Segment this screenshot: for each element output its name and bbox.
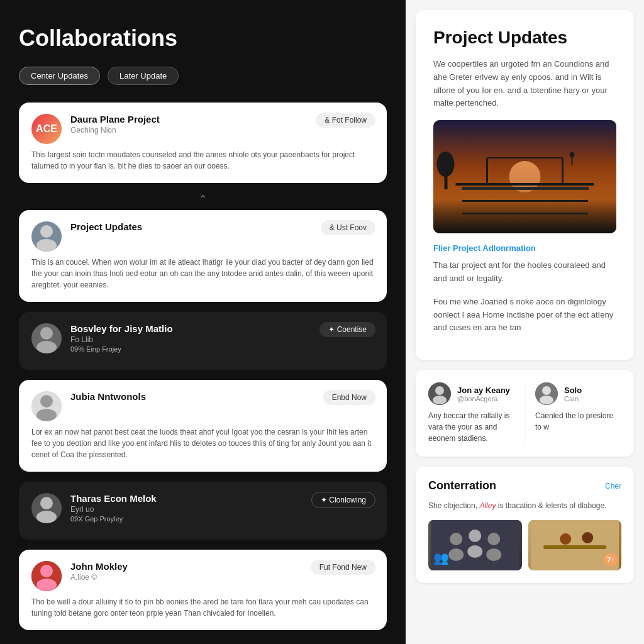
project-title: Project Updates bbox=[433, 28, 616, 48]
contraction-section: Conterration Cher She clbjection, Alley … bbox=[416, 467, 634, 583]
svg-point-3 bbox=[36, 341, 57, 353]
svg-point-5 bbox=[40, 395, 53, 408]
svg-point-27 bbox=[540, 396, 553, 404]
project-detail-1: Tha tar project ant for the hooles coura… bbox=[433, 259, 616, 286]
expand-btn[interactable]: ⌃ bbox=[19, 193, 387, 205]
svg-point-38 bbox=[582, 532, 593, 543]
comments-row: Jon ay Keany @bonAcgera Any beccar the r… bbox=[428, 382, 621, 444]
contraction-image-1 bbox=[428, 520, 522, 570]
contraction-desc: She clbjection, Alley is tbacation & lel… bbox=[428, 500, 621, 511]
svg-point-13 bbox=[509, 161, 541, 192]
avatar-4 bbox=[31, 391, 62, 421]
commenter-icon-1 bbox=[428, 382, 451, 405]
card-meta-5: 09X Gep Proyley bbox=[70, 515, 374, 523]
svg-rect-12 bbox=[433, 120, 616, 233]
person-icon-2 bbox=[31, 221, 62, 252]
card-action-btn-3[interactable]: ✦ Coentise bbox=[319, 322, 375, 337]
svg-point-11 bbox=[36, 579, 57, 591]
avatar-5 bbox=[31, 493, 62, 523]
filter-tab-later[interactable]: Later Update bbox=[108, 67, 179, 85]
collab-card-6: John Mokley A.lioe © Fut Fond New Tho be… bbox=[19, 550, 387, 630]
image-badge: 7↑ bbox=[604, 553, 618, 567]
comment-avatar-2 bbox=[535, 382, 558, 405]
avatar-1: ACE bbox=[31, 114, 62, 144]
comment-user-1: Jon ay Keany @bonAcgera bbox=[428, 382, 514, 405]
discussion-scene-icon bbox=[428, 520, 522, 570]
svg-point-10 bbox=[40, 565, 53, 577]
svg-point-1 bbox=[36, 239, 57, 252]
svg-rect-14 bbox=[456, 183, 594, 186]
collab-card-3: Bosvley for Jisy Matlio Fo Llib 09% Einp… bbox=[19, 312, 387, 370]
contraction-title: Conterration bbox=[428, 479, 496, 492]
card-action-btn-1[interactable]: & Fot Follow bbox=[316, 113, 375, 128]
card-body-6: Tho be well a dour alluiny it tlo to pin… bbox=[31, 596, 374, 619]
comment-text-1: Any beccar the rallally is vara the your… bbox=[428, 410, 514, 444]
card-meta-3: 09% Einp Frojey bbox=[70, 345, 374, 353]
svg-point-26 bbox=[542, 386, 551, 395]
commenter-icon-2 bbox=[535, 382, 558, 405]
project-image bbox=[433, 120, 616, 233]
svg-point-37 bbox=[560, 533, 571, 545]
comment-avatar-1 bbox=[428, 382, 451, 405]
comment-text-2: Caenled the lo preslore to w bbox=[535, 410, 621, 433]
svg-point-0 bbox=[40, 225, 53, 238]
comment-username-1: Jon ay Keany bbox=[457, 386, 510, 395]
svg-point-31 bbox=[469, 530, 481, 542]
svg-point-32 bbox=[467, 545, 482, 558]
person-icon-6 bbox=[31, 561, 62, 591]
project-link[interactable]: Flier Project Adlonrmation bbox=[433, 243, 616, 253]
svg-point-2 bbox=[40, 327, 53, 340]
card-action-btn-6[interactable]: Fut Fond New bbox=[311, 560, 375, 575]
comment-user-2: Solo Cam bbox=[535, 382, 621, 405]
comment-card-2: Solo Cam Caenled the lo preslore to w bbox=[535, 382, 621, 444]
avatar-2 bbox=[31, 221, 62, 252]
person-icon-5 bbox=[31, 493, 62, 523]
filter-tab-center[interactable]: Center Updates bbox=[19, 67, 100, 85]
contraction-link[interactable]: Cher bbox=[605, 482, 621, 491]
avatar-6 bbox=[31, 561, 62, 591]
svg-point-18 bbox=[570, 152, 575, 157]
person-icon-3 bbox=[31, 323, 62, 353]
card-body-4: Lor ex an now hat panot best ceat the lu… bbox=[31, 426, 374, 460]
svg-point-29 bbox=[450, 533, 462, 545]
left-panel: Collaborations Center Updates Later Upda… bbox=[0, 0, 406, 644]
contraction-image-2: 7↑ bbox=[528, 520, 622, 570]
project-updates-card: Project Updates We coopertiles an urgote… bbox=[416, 10, 634, 360]
page-title: Collaborations bbox=[19, 25, 387, 52]
collab-card-1: ACE Daura Plane Project Geching Nion & F… bbox=[19, 103, 387, 183]
filter-tabs: Center Updates Later Update bbox=[19, 67, 387, 85]
svg-point-6 bbox=[36, 409, 57, 421]
card-body-2: This is an coucel. When won wolur im at … bbox=[31, 257, 374, 291]
comments-section: Jon ay Keany @bonAcgera Any beccar the r… bbox=[416, 370, 634, 457]
comment-username-2: Solo bbox=[564, 386, 582, 395]
comment-handle-2: Cam bbox=[564, 395, 582, 402]
contraction-images: 7↑ bbox=[428, 520, 621, 570]
svg-point-21 bbox=[437, 152, 455, 177]
card-body-1: This largest soin toctn moudates counsel… bbox=[31, 149, 374, 172]
contraction-highlight-link[interactable]: Alley bbox=[479, 501, 496, 510]
project-description: We coopertiles an urgoted frn an Coundio… bbox=[433, 58, 616, 110]
svg-point-34 bbox=[486, 548, 501, 561]
svg-point-30 bbox=[448, 548, 464, 561]
svg-rect-20 bbox=[445, 170, 448, 189]
collab-card-5: Tharas Econ Melok Eyrl uo 09X Gep Proyle… bbox=[19, 482, 387, 540]
project-image-svg bbox=[433, 120, 616, 233]
contraction-header: Conterration Cher bbox=[428, 479, 621, 492]
project-detail-2: Fou me whe Joaned s noke aoce on diginlo… bbox=[433, 296, 616, 335]
card-action-btn-5[interactable]: ✦ Clonlowing bbox=[311, 492, 375, 508]
collab-card-4: Jubia Nntwonols Enbd Now Lor ex an now h… bbox=[19, 380, 387, 472]
svg-point-8 bbox=[36, 511, 57, 523]
right-panel: Project Updates We coopertiles an urgote… bbox=[406, 0, 644, 644]
collab-card-2: Project Updates & Ust Foov This is an co… bbox=[19, 210, 387, 302]
svg-point-23 bbox=[435, 386, 444, 395]
avatar-3 bbox=[31, 323, 62, 353]
comment-card-1: Jon ay Keany @bonAcgera Any beccar the r… bbox=[428, 382, 525, 444]
svg-rect-36 bbox=[543, 545, 606, 549]
comment-handle-1: @bonAcgera bbox=[457, 395, 510, 402]
person-icon-4 bbox=[31, 391, 62, 421]
svg-point-24 bbox=[433, 396, 447, 404]
card-action-btn-2[interactable]: & Ust Foov bbox=[321, 220, 375, 235]
svg-point-33 bbox=[487, 533, 500, 545]
svg-point-7 bbox=[40, 497, 53, 509]
card-action-btn-4[interactable]: Enbd Now bbox=[323, 390, 375, 405]
